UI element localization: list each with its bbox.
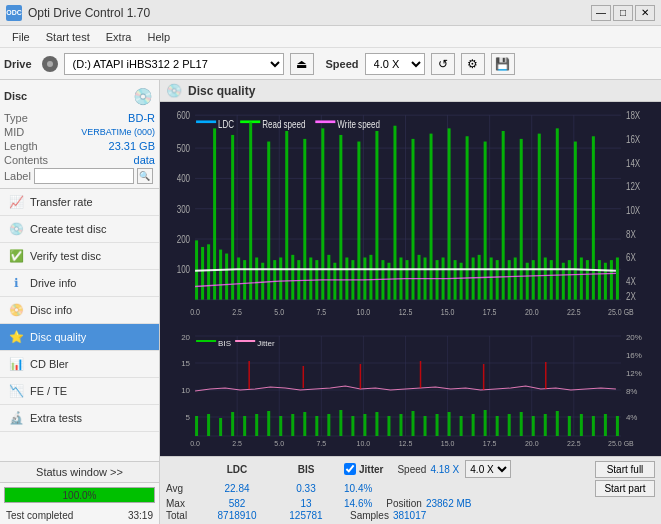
svg-rect-99 [496, 260, 499, 300]
svg-rect-194 [616, 416, 619, 436]
menu-file[interactable]: File [4, 29, 38, 45]
fe-te-icon: 📉 [8, 383, 24, 399]
speed-select[interactable]: 4.0 X [365, 53, 425, 75]
svg-rect-101 [508, 260, 511, 300]
sidebar-item-verify-test-disc[interactable]: ✅ Verify test disc [0, 243, 159, 270]
svg-text:Read speed: Read speed [262, 119, 305, 130]
app-title: Opti Drive Control 1.70 [28, 6, 150, 20]
avg-bis: 0.33 [276, 483, 336, 494]
svg-rect-160 [207, 414, 210, 436]
svg-rect-189 [556, 411, 559, 436]
sidebar-item-label: Verify test disc [30, 250, 101, 262]
content-area: 💿 Disc quality [160, 80, 661, 524]
svg-rect-105 [532, 260, 535, 300]
drive-select[interactable]: (D:) ATAPI iHBS312 2 PL17 [64, 53, 284, 75]
sidebar-item-disc-quality[interactable]: ⭐ Disc quality [0, 324, 159, 351]
label-input[interactable] [34, 168, 134, 184]
svg-rect-53 [219, 250, 222, 300]
speed-label: Speed [326, 58, 359, 70]
menu-help[interactable]: Help [139, 29, 178, 45]
total-ldc: 8718910 [202, 510, 272, 521]
svg-text:5: 5 [186, 413, 191, 422]
disc-quality-header: 💿 Disc quality [160, 80, 661, 102]
contents-value: data [134, 154, 155, 166]
top-chart-area: 600 500 400 300 200 100 18X 16X 14X 12X … [160, 102, 661, 326]
status-window-button[interactable]: Status window >> [0, 462, 159, 483]
save-button[interactable]: 💾 [491, 53, 515, 75]
extra-tests-icon: 🔬 [8, 410, 24, 426]
svg-rect-57 [243, 260, 246, 300]
settings-button[interactable]: ⚙ [461, 53, 485, 75]
jitter-checkbox[interactable] [344, 463, 356, 475]
close-button[interactable]: ✕ [635, 5, 655, 21]
maximize-button[interactable]: □ [613, 5, 633, 21]
sidebar-item-disc-info[interactable]: 📀 Disc info [0, 297, 159, 324]
svg-rect-79 [375, 131, 378, 300]
transfer-rate-icon: 📈 [8, 194, 24, 210]
jitter-col-header: Jitter [359, 464, 383, 475]
menu-start-test[interactable]: Start test [38, 29, 98, 45]
start-part-button[interactable]: Start part [595, 480, 655, 497]
svg-text:22.5: 22.5 [567, 440, 581, 447]
svg-rect-181 [460, 416, 463, 436]
svg-text:6X: 6X [626, 252, 636, 263]
disc-quality-header-icon: 💿 [166, 83, 182, 98]
eject-button[interactable]: ⏏ [290, 53, 314, 75]
svg-text:4X: 4X [626, 276, 636, 287]
minimize-button[interactable]: — [591, 5, 611, 21]
sidebar-item-transfer-rate[interactable]: 📈 Transfer rate [0, 189, 159, 216]
svg-rect-163 [243, 416, 246, 436]
svg-text:LDC: LDC [218, 119, 234, 130]
sidebar-item-fe-te[interactable]: 📉 FE / TE [0, 378, 159, 405]
create-test-disc-icon: 💿 [8, 221, 24, 237]
svg-rect-81 [387, 263, 390, 300]
svg-rect-56 [237, 257, 240, 299]
svg-text:12X: 12X [626, 181, 641, 192]
svg-rect-71 [327, 255, 330, 300]
svg-text:15.0: 15.0 [441, 308, 455, 318]
svg-text:10.0: 10.0 [357, 308, 371, 318]
svg-rect-113 [580, 257, 583, 299]
sidebar-item-create-test-disc[interactable]: 💿 Create test disc [0, 216, 159, 243]
sidebar-item-extra-tests[interactable]: 🔬 Extra tests [0, 405, 159, 432]
max-bis: 13 [276, 498, 336, 509]
verify-test-disc-icon: ✅ [8, 248, 24, 264]
svg-text:400: 400 [177, 173, 190, 184]
sidebar-item-drive-info[interactable]: ℹ Drive info [0, 270, 159, 297]
status-text: Test completed [4, 508, 75, 523]
title-bar: ODC Opti Drive Control 1.70 — □ ✕ [0, 0, 661, 26]
svg-text:17.5: 17.5 [483, 308, 497, 318]
svg-rect-172 [351, 416, 354, 436]
svg-rect-97 [484, 142, 487, 300]
svg-text:12.5: 12.5 [399, 440, 413, 447]
svg-rect-58 [249, 122, 252, 300]
speed-select-stats[interactable]: 4.0 X [465, 460, 511, 478]
position-label: Position [386, 498, 422, 509]
svg-rect-119 [616, 257, 619, 299]
svg-rect-59 [255, 257, 258, 299]
progress-bar: 100.0% [4, 487, 155, 503]
sidebar-item-label: Drive info [30, 277, 76, 289]
ldc-col-header: LDC [202, 464, 272, 475]
svg-text:10.0: 10.0 [357, 440, 371, 447]
svg-rect-88 [430, 134, 433, 300]
svg-text:10: 10 [181, 386, 190, 395]
svg-rect-115 [592, 136, 595, 299]
disc-info-icon: 📀 [8, 302, 24, 318]
refresh-button[interactable]: ↺ [431, 53, 455, 75]
label-search-button[interactable]: 🔍 [137, 168, 153, 184]
svg-rect-89 [436, 260, 439, 300]
label-label: Label [4, 170, 31, 182]
svg-text:8%: 8% [626, 387, 638, 396]
svg-text:22.5: 22.5 [567, 308, 581, 318]
start-full-button[interactable]: Start full [595, 461, 655, 478]
svg-rect-110 [562, 263, 565, 300]
svg-text:200: 200 [177, 234, 190, 245]
svg-rect-82 [393, 126, 396, 300]
menu-extra[interactable]: Extra [98, 29, 140, 45]
status-time: 33:19 [126, 508, 155, 523]
svg-rect-95 [472, 257, 475, 299]
sidebar-item-cd-bler[interactable]: 📊 CD Bler [0, 351, 159, 378]
svg-rect-169 [315, 416, 318, 436]
svg-text:Write speed: Write speed [337, 119, 380, 130]
